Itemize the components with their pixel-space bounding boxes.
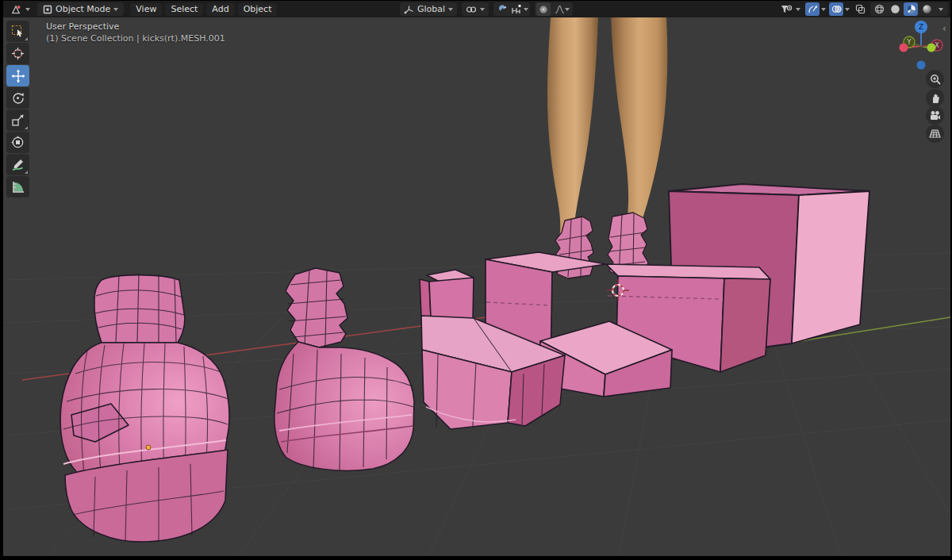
- tool-shelf: [6, 21, 30, 198]
- subtool-indicator: [25, 126, 28, 129]
- active-object-breadcrumb: (1) Scene Collection | kicks(rt).MESH.00…: [46, 33, 225, 44]
- scale-tool-icon: [11, 113, 25, 127]
- perspective-grid-icon: [929, 128, 941, 139]
- material-preview-shading-icon: [906, 4, 916, 14]
- menu-add[interactable]: Add: [206, 3, 234, 16]
- menu-object[interactable]: Object: [238, 3, 278, 16]
- tool-annotate[interactable]: [6, 154, 29, 175]
- shading-mode-group: [870, 2, 948, 16]
- tool-cursor[interactable]: [6, 43, 29, 64]
- editor-type-dropdown[interactable]: [6, 2, 34, 16]
- global-orientation-icon: [404, 5, 414, 14]
- tool-move[interactable]: [6, 65, 29, 86]
- chevron-down-icon: [448, 8, 453, 11]
- rendered-shading-button[interactable]: [919, 2, 934, 16]
- measure-tool-icon: [11, 180, 25, 194]
- header-center-group: Global: [400, 1, 573, 17]
- editor-type-3d-viewport-icon: [10, 4, 22, 15]
- chevron-down-icon: [25, 8, 30, 11]
- menu-select[interactable]: Select: [165, 3, 203, 16]
- toggle-perspective-button[interactable]: [926, 125, 944, 143]
- solid-shading-icon: [890, 4, 900, 14]
- proportional-editing-toggle[interactable]: [536, 2, 551, 16]
- tool-transform[interactable]: [6, 132, 29, 153]
- header-right-group: [779, 1, 948, 17]
- mode-selector-dropdown[interactable]: Object Mode: [37, 2, 124, 16]
- snap-increment-icon: [511, 4, 524, 15]
- tool-select-box[interactable]: [6, 21, 29, 42]
- chevron-down-icon: [113, 8, 118, 11]
- shading-dropdown[interactable]: [935, 2, 946, 16]
- camera-icon: [929, 110, 941, 121]
- toggle-xray-button[interactable]: [853, 2, 867, 16]
- proportional-falloff-dropdown[interactable]: [552, 2, 571, 16]
- gizmo-y-label: Y: [907, 39, 912, 46]
- proportional-editing-icon: [539, 5, 548, 14]
- transform-tool-icon: [11, 136, 25, 149]
- solid-shading-button[interactable]: [888, 2, 902, 16]
- transform-orientation-dropdown[interactable]: Global: [400, 2, 457, 16]
- cursor-tool-icon: [11, 47, 25, 60]
- mode-label: Object Mode: [56, 4, 110, 14]
- wireframe-shading-button[interactable]: [872, 2, 886, 16]
- chevron-down-icon: [796, 8, 800, 11]
- chevron-down-icon: [480, 8, 485, 11]
- tool-measure[interactable]: [6, 176, 29, 198]
- toggle-xray-icon: [855, 4, 866, 14]
- gizmo-neg-x-ball[interactable]: [900, 44, 908, 52]
- object-type-visibility-icon: [781, 4, 793, 14]
- blender-window: Object Mode View Select Add Object Globa…: [3, 1, 950, 556]
- chevron-down-icon[interactable]: [821, 8, 826, 11]
- falloff-curve-icon: [555, 5, 565, 14]
- zoom-magnifier-icon: [930, 74, 941, 85]
- snap-magnet-icon: [497, 4, 508, 14]
- material-preview-shading-button[interactable]: [904, 2, 918, 16]
- subtool-indicator: [25, 37, 28, 40]
- navigation-gizmo[interactable]: Z Y X: [889, 17, 949, 78]
- select-box-icon: [11, 25, 25, 38]
- proportional-editing-group: [535, 2, 573, 16]
- rotate-tool-icon: [11, 91, 25, 105]
- gizmo-z-label: Z: [919, 23, 923, 31]
- subtool-indicator: [25, 171, 28, 174]
- viewport-header: Object Mode View Select Add Object Globa…: [3, 1, 950, 17]
- pan-hand-icon: [930, 93, 941, 104]
- chevron-down-icon: [524, 8, 528, 11]
- tool-scale[interactable]: [6, 109, 29, 131]
- gizmo-neg-y-ball[interactable]: [927, 44, 936, 52]
- object-type-visibility-dropdown[interactable]: [779, 2, 802, 16]
- view-perspective-label: User Perspective: [46, 21, 119, 32]
- zoom-view-button[interactable]: [926, 70, 944, 88]
- show-overlays-icon: [831, 4, 842, 14]
- orientation-label: Global: [417, 4, 445, 14]
- object-mode-icon: [43, 5, 52, 14]
- object-origin-dot: [146, 445, 151, 450]
- rendered-shading-icon: [922, 4, 932, 14]
- pivot-point-dropdown[interactable]: [462, 2, 489, 16]
- menu-view[interactable]: View: [130, 3, 162, 16]
- header-left-group: Object Mode View Select Add Object: [6, 1, 277, 17]
- show-overlays-toggle[interactable]: [829, 2, 843, 16]
- snap-toggle-button[interactable]: [495, 2, 509, 16]
- chevron-down-icon[interactable]: [845, 8, 850, 11]
- show-gizmos-icon: [808, 4, 818, 14]
- viewport-canvas[interactable]: [3, 17, 950, 556]
- gizmo-neg-z-ball[interactable]: [917, 61, 926, 70]
- camera-view-button[interactable]: [926, 106, 944, 125]
- chevron-down-icon: [565, 8, 570, 11]
- snapping-group: [493, 2, 530, 16]
- snap-target-dropdown[interactable]: [511, 2, 528, 16]
- wireframe-shading-icon: [874, 4, 885, 14]
- pivot-point-icon: [466, 5, 477, 14]
- tool-rotate[interactable]: [6, 87, 29, 109]
- pan-view-button[interactable]: [926, 89, 944, 107]
- move-tool-icon: [11, 69, 25, 83]
- chevron-down-icon: [939, 8, 943, 11]
- show-gizmos-toggle[interactable]: [805, 2, 820, 16]
- annotate-tool-icon: [11, 158, 25, 171]
